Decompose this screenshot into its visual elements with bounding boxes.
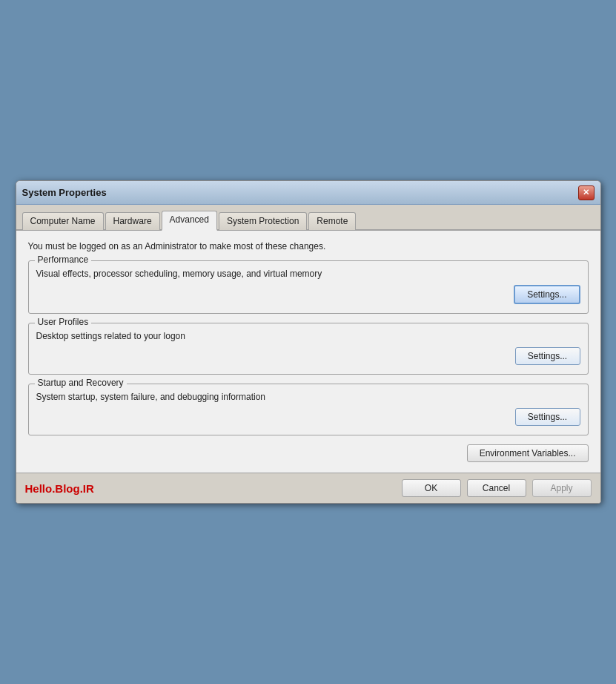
startup-recovery-group-label: Startup and Recovery (35, 378, 127, 388)
tab-hardware[interactable]: Hardware (105, 212, 160, 230)
performance-group: Performance Visual effects, processor sc… (28, 260, 589, 314)
performance-description: Visual effects, processor scheduling, me… (36, 269, 580, 279)
admin-notice: You must be logged on as an Administrato… (28, 241, 589, 251)
bottom-bar: Hello.Blog.IR OK Cancel Apply (16, 473, 600, 503)
system-properties-dialog: System Properties ✕ Computer Name Hardwa… (16, 180, 601, 504)
environment-variables-button[interactable]: Environment Variables... (467, 444, 589, 462)
tab-computer-name[interactable]: Computer Name (22, 212, 104, 230)
startup-recovery-description: System startup, system failure, and debu… (36, 392, 580, 402)
user-profiles-group: User Profiles Desktop settings related t… (28, 323, 589, 375)
bottom-buttons: OK Cancel Apply (402, 479, 592, 497)
performance-btn-row: Settings... (36, 285, 580, 304)
ok-button[interactable]: OK (402, 479, 461, 497)
title-bar: System Properties ✕ (16, 181, 600, 205)
user-profiles-settings-button[interactable]: Settings... (515, 347, 580, 365)
user-profiles-btn-row: Settings... (36, 347, 580, 365)
cancel-button[interactable]: Cancel (467, 479, 526, 497)
startup-recovery-settings-button[interactable]: Settings... (515, 408, 580, 426)
user-profiles-group-label: User Profiles (35, 317, 92, 327)
watermark: Hello.Blog.IR (25, 482, 94, 495)
performance-settings-button[interactable]: Settings... (514, 285, 580, 304)
env-btn-row: Environment Variables... (28, 444, 589, 462)
tab-remote[interactable]: Remote (308, 212, 356, 230)
startup-recovery-btn-row: Settings... (36, 408, 580, 426)
dialog-title: System Properties (22, 187, 107, 198)
tab-system-protection[interactable]: System Protection (219, 212, 307, 230)
close-icon: ✕ (583, 188, 589, 197)
startup-recovery-group: Startup and Recovery System startup, sys… (28, 384, 589, 435)
performance-group-label: Performance (35, 254, 92, 265)
tab-content: You must be logged on as an Administrato… (16, 231, 600, 473)
tab-advanced[interactable]: Advanced (162, 211, 217, 231)
tab-bar: Computer Name Hardware Advanced System P… (16, 205, 600, 231)
apply-button[interactable]: Apply (532, 479, 592, 497)
close-button[interactable]: ✕ (578, 185, 595, 200)
user-profiles-description: Desktop settings related to your logon (36, 331, 580, 341)
